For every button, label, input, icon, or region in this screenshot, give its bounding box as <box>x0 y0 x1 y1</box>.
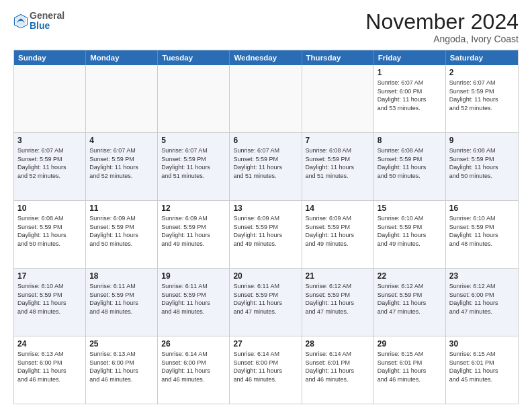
day-number: 7 <box>306 136 370 145</box>
calendar-row: 24Sunrise: 6:13 AM Sunset: 6:00 PM Dayli… <box>14 336 518 404</box>
day-cell: 1Sunrise: 6:07 AM Sunset: 6:00 PM Daylig… <box>374 65 446 132</box>
day-cell: 21Sunrise: 6:12 AM Sunset: 5:59 PM Dayli… <box>302 269 374 336</box>
day-cell: 20Sunrise: 6:11 AM Sunset: 5:59 PM Dayli… <box>230 269 302 336</box>
day-cell: 18Sunrise: 6:11 AM Sunset: 5:59 PM Dayli… <box>86 269 158 336</box>
day-cell: 12Sunrise: 6:09 AM Sunset: 5:59 PM Dayli… <box>158 201 230 268</box>
day-info: Sunrise: 6:07 AM Sunset: 5:59 PM Dayligh… <box>89 146 154 180</box>
day-number: 27 <box>233 339 298 349</box>
empty-cell <box>302 65 374 132</box>
day-info: Sunrise: 6:08 AM Sunset: 5:59 PM Dayligh… <box>17 214 82 248</box>
calendar-body: 1Sunrise: 6:07 AM Sunset: 6:00 PM Daylig… <box>14 65 518 404</box>
weekday-header: Monday <box>86 50 158 65</box>
weekday-header: Thursday <box>302 50 374 65</box>
title-block: November 2024 Angoda, Ivory Coast <box>365 11 519 44</box>
day-info: Sunrise: 6:07 AM Sunset: 5:59 PM Dayligh… <box>449 79 515 112</box>
day-cell: 4Sunrise: 6:07 AM Sunset: 5:59 PM Daylig… <box>86 133 158 200</box>
day-info: Sunrise: 6:09 AM Sunset: 5:59 PM Dayligh… <box>89 214 154 248</box>
logo-text: General Blue <box>30 11 64 32</box>
logo-icon <box>13 13 28 28</box>
day-info: Sunrise: 6:10 AM Sunset: 5:59 PM Dayligh… <box>17 282 82 316</box>
day-number: 22 <box>378 271 442 281</box>
calendar: SundayMondayTuesdayWednesdayThursdayFrid… <box>13 50 519 404</box>
day-number: 28 <box>306 339 370 349</box>
page: General Blue November 2024 Angoda, Ivory… <box>0 0 532 411</box>
day-number: 15 <box>378 203 442 213</box>
calendar-row: 3Sunrise: 6:07 AM Sunset: 5:59 PM Daylig… <box>14 132 518 200</box>
day-info: Sunrise: 6:11 AM Sunset: 5:59 PM Dayligh… <box>233 282 298 316</box>
day-info: Sunrise: 6:09 AM Sunset: 5:59 PM Dayligh… <box>306 214 370 248</box>
empty-cell <box>158 65 230 132</box>
day-number: 23 <box>449 271 515 281</box>
day-number: 25 <box>89 339 154 349</box>
day-cell: 13Sunrise: 6:09 AM Sunset: 5:59 PM Dayli… <box>230 201 302 268</box>
day-number: 16 <box>449 203 515 213</box>
day-number: 8 <box>378 136 442 145</box>
logo-general: General <box>30 10 64 21</box>
weekday-header: Friday <box>374 50 446 65</box>
day-cell: 30Sunrise: 6:15 AM Sunset: 6:01 PM Dayli… <box>446 336 518 404</box>
day-cell: 17Sunrise: 6:10 AM Sunset: 5:59 PM Dayli… <box>14 269 86 336</box>
day-number: 19 <box>161 271 226 281</box>
day-info: Sunrise: 6:15 AM Sunset: 6:01 PM Dayligh… <box>378 350 442 383</box>
day-number: 5 <box>161 136 226 145</box>
day-number: 6 <box>233 136 298 145</box>
weekday-header: Sunday <box>14 50 86 65</box>
day-info: Sunrise: 6:13 AM Sunset: 6:00 PM Dayligh… <box>17 350 82 383</box>
day-cell: 8Sunrise: 6:08 AM Sunset: 5:59 PM Daylig… <box>374 133 446 200</box>
day-number: 12 <box>161 203 226 213</box>
location: Angoda, Ivory Coast <box>365 34 519 44</box>
day-info: Sunrise: 6:12 AM Sunset: 5:59 PM Dayligh… <box>378 282 442 316</box>
day-number: 4 <box>89 136 154 145</box>
day-number: 13 <box>233 203 298 213</box>
day-number: 17 <box>17 271 82 281</box>
day-info: Sunrise: 6:12 AM Sunset: 6:00 PM Dayligh… <box>449 282 515 316</box>
day-cell: 10Sunrise: 6:08 AM Sunset: 5:59 PM Dayli… <box>14 201 86 268</box>
day-info: Sunrise: 6:14 AM Sunset: 6:01 PM Dayligh… <box>306 350 370 383</box>
day-number: 26 <box>161 339 226 349</box>
day-info: Sunrise: 6:08 AM Sunset: 5:59 PM Dayligh… <box>449 146 515 180</box>
calendar-row: 1Sunrise: 6:07 AM Sunset: 6:00 PM Daylig… <box>14 65 518 132</box>
day-cell: 29Sunrise: 6:15 AM Sunset: 6:01 PM Dayli… <box>374 336 446 404</box>
day-info: Sunrise: 6:12 AM Sunset: 5:59 PM Dayligh… <box>306 282 370 316</box>
day-number: 24 <box>17 339 82 349</box>
logo: General Blue <box>13 11 64 32</box>
day-cell: 27Sunrise: 6:14 AM Sunset: 6:00 PM Dayli… <box>230 336 302 404</box>
day-cell: 2Sunrise: 6:07 AM Sunset: 5:59 PM Daylig… <box>446 65 518 132</box>
day-cell: 28Sunrise: 6:14 AM Sunset: 6:01 PM Dayli… <box>302 336 374 404</box>
empty-cell <box>230 65 302 132</box>
day-info: Sunrise: 6:11 AM Sunset: 5:59 PM Dayligh… <box>89 282 154 316</box>
calendar-header: SundayMondayTuesdayWednesdayThursdayFrid… <box>14 50 518 65</box>
month-title: November 2024 <box>365 11 519 32</box>
weekday-header: Tuesday <box>158 50 230 65</box>
day-info: Sunrise: 6:07 AM Sunset: 6:00 PM Dayligh… <box>378 79 442 112</box>
day-number: 11 <box>89 203 154 213</box>
day-cell: 26Sunrise: 6:14 AM Sunset: 6:00 PM Dayli… <box>158 336 230 404</box>
weekday-header: Wednesday <box>230 50 302 65</box>
empty-cell <box>14 65 86 132</box>
logo-blue: Blue <box>30 20 50 31</box>
day-info: Sunrise: 6:11 AM Sunset: 5:59 PM Dayligh… <box>161 282 226 316</box>
calendar-row: 10Sunrise: 6:08 AM Sunset: 5:59 PM Dayli… <box>14 200 518 268</box>
day-number: 29 <box>378 339 442 349</box>
day-info: Sunrise: 6:14 AM Sunset: 6:00 PM Dayligh… <box>161 350 226 383</box>
calendar-row: 17Sunrise: 6:10 AM Sunset: 5:59 PM Dayli… <box>14 268 518 336</box>
day-info: Sunrise: 6:15 AM Sunset: 6:01 PM Dayligh… <box>449 350 515 383</box>
day-cell: 19Sunrise: 6:11 AM Sunset: 5:59 PM Dayli… <box>158 269 230 336</box>
day-cell: 24Sunrise: 6:13 AM Sunset: 6:00 PM Dayli… <box>14 336 86 404</box>
day-number: 20 <box>233 271 298 281</box>
day-cell: 22Sunrise: 6:12 AM Sunset: 5:59 PM Dayli… <box>374 269 446 336</box>
day-info: Sunrise: 6:07 AM Sunset: 5:59 PM Dayligh… <box>17 146 82 180</box>
day-number: 14 <box>306 203 370 213</box>
day-number: 30 <box>449 339 515 349</box>
header: General Blue November 2024 Angoda, Ivory… <box>13 11 519 44</box>
day-info: Sunrise: 6:10 AM Sunset: 5:59 PM Dayligh… <box>378 214 442 248</box>
day-info: Sunrise: 6:14 AM Sunset: 6:00 PM Dayligh… <box>233 350 298 383</box>
day-cell: 23Sunrise: 6:12 AM Sunset: 6:00 PM Dayli… <box>446 269 518 336</box>
day-info: Sunrise: 6:13 AM Sunset: 6:00 PM Dayligh… <box>89 350 154 383</box>
day-info: Sunrise: 6:09 AM Sunset: 5:59 PM Dayligh… <box>161 214 226 248</box>
day-info: Sunrise: 6:07 AM Sunset: 5:59 PM Dayligh… <box>233 146 298 180</box>
day-number: 2 <box>449 68 515 77</box>
empty-cell <box>86 65 158 132</box>
day-cell: 14Sunrise: 6:09 AM Sunset: 5:59 PM Dayli… <box>302 201 374 268</box>
day-cell: 11Sunrise: 6:09 AM Sunset: 5:59 PM Dayli… <box>86 201 158 268</box>
